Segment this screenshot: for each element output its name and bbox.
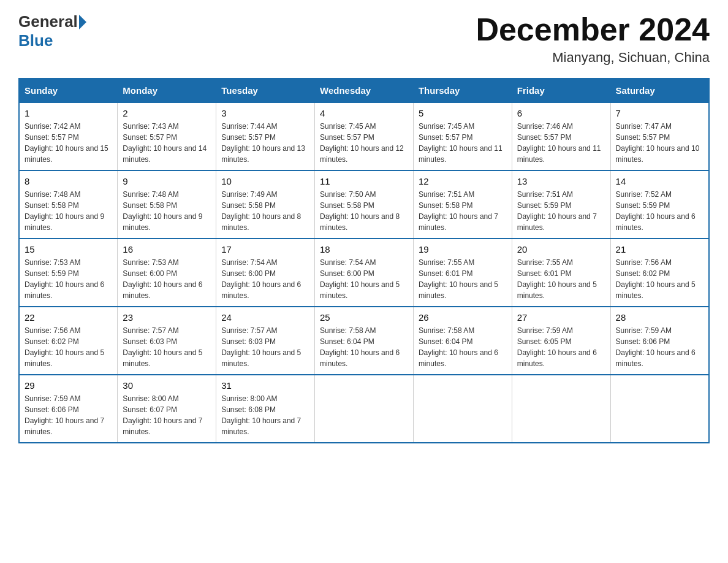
location-title: Mianyang, Sichuan, China bbox=[476, 50, 710, 66]
table-row: 31 Sunrise: 8:00 AMSunset: 6:08 PMDaylig… bbox=[216, 375, 315, 443]
logo-general: General bbox=[18, 12, 78, 31]
day-number: 16 bbox=[123, 244, 211, 255]
table-row: 20 Sunrise: 7:55 AMSunset: 6:01 PMDaylig… bbox=[512, 239, 610, 307]
day-info: Sunrise: 8:00 AMSunset: 6:08 PMDaylight:… bbox=[221, 393, 309, 437]
table-row: 13 Sunrise: 7:51 AMSunset: 5:59 PMDaylig… bbox=[512, 170, 610, 239]
calendar-header-row: Sunday Monday Tuesday Wednesday Thursday… bbox=[19, 79, 709, 102]
day-info: Sunrise: 7:50 AMSunset: 5:58 PMDaylight:… bbox=[320, 189, 408, 233]
table-row: 23 Sunrise: 7:57 AMSunset: 6:03 PMDaylig… bbox=[118, 307, 216, 375]
table-row: 15 Sunrise: 7:53 AMSunset: 5:59 PMDaylig… bbox=[19, 239, 118, 307]
day-number: 4 bbox=[320, 108, 408, 118]
table-row: 16 Sunrise: 7:53 AMSunset: 6:00 PMDaylig… bbox=[118, 239, 216, 307]
day-info: Sunrise: 7:49 AMSunset: 5:58 PMDaylight:… bbox=[221, 189, 309, 233]
day-info: Sunrise: 7:51 AMSunset: 5:59 PMDaylight:… bbox=[517, 189, 605, 233]
day-number: 23 bbox=[123, 312, 211, 323]
calendar-week-row: 22 Sunrise: 7:56 AMSunset: 6:02 PMDaylig… bbox=[19, 307, 709, 375]
day-info: Sunrise: 7:58 AMSunset: 6:04 PMDaylight:… bbox=[320, 325, 408, 369]
table-row bbox=[512, 375, 610, 443]
day-number: 15 bbox=[25, 244, 112, 255]
day-number: 14 bbox=[616, 176, 703, 186]
calendar-week-row: 1 Sunrise: 7:42 AMSunset: 5:57 PMDayligh… bbox=[19, 102, 709, 170]
table-row: 26 Sunrise: 7:58 AMSunset: 6:04 PMDaylig… bbox=[413, 307, 512, 375]
day-info: Sunrise: 7:46 AMSunset: 5:57 PMDaylight:… bbox=[517, 121, 605, 165]
table-row: 10 Sunrise: 7:49 AMSunset: 5:58 PMDaylig… bbox=[216, 170, 315, 239]
table-row: 5 Sunrise: 7:45 AMSunset: 5:57 PMDayligh… bbox=[413, 102, 512, 170]
day-number: 29 bbox=[25, 380, 112, 391]
day-number: 13 bbox=[517, 176, 605, 186]
day-info: Sunrise: 7:54 AMSunset: 6:00 PMDaylight:… bbox=[221, 257, 309, 301]
col-friday: Friday bbox=[512, 79, 610, 102]
table-row: 7 Sunrise: 7:47 AMSunset: 5:57 PMDayligh… bbox=[610, 102, 709, 170]
day-info: Sunrise: 7:56 AMSunset: 6:02 PMDaylight:… bbox=[616, 257, 703, 301]
day-number: 7 bbox=[616, 108, 703, 118]
col-tuesday: Tuesday bbox=[216, 79, 315, 102]
day-info: Sunrise: 7:52 AMSunset: 5:59 PMDaylight:… bbox=[616, 189, 703, 233]
logo-blue: Blue bbox=[18, 31, 53, 50]
day-info: Sunrise: 7:59 AMSunset: 6:06 PMDaylight:… bbox=[616, 325, 703, 369]
table-row: 21 Sunrise: 7:56 AMSunset: 6:02 PMDaylig… bbox=[610, 239, 709, 307]
day-info: Sunrise: 7:53 AMSunset: 6:00 PMDaylight:… bbox=[123, 257, 211, 301]
day-info: Sunrise: 7:45 AMSunset: 5:57 PMDaylight:… bbox=[320, 121, 408, 165]
title-block: December 2024 Mianyang, Sichuan, China bbox=[476, 12, 710, 66]
table-row bbox=[610, 375, 709, 443]
day-info: Sunrise: 8:00 AMSunset: 6:07 PMDaylight:… bbox=[123, 393, 211, 437]
table-row: 22 Sunrise: 7:56 AMSunset: 6:02 PMDaylig… bbox=[19, 307, 118, 375]
table-row: 29 Sunrise: 7:59 AMSunset: 6:06 PMDaylig… bbox=[19, 375, 118, 443]
table-row: 2 Sunrise: 7:43 AMSunset: 5:57 PMDayligh… bbox=[118, 102, 216, 170]
col-thursday: Thursday bbox=[413, 79, 512, 102]
day-number: 12 bbox=[419, 176, 507, 186]
day-number: 9 bbox=[123, 176, 211, 186]
day-number: 10 bbox=[221, 176, 309, 186]
day-info: Sunrise: 7:48 AMSunset: 5:58 PMDaylight:… bbox=[25, 189, 112, 233]
table-row: 30 Sunrise: 8:00 AMSunset: 6:07 PMDaylig… bbox=[118, 375, 216, 443]
table-row bbox=[315, 375, 414, 443]
table-row: 27 Sunrise: 7:59 AMSunset: 6:05 PMDaylig… bbox=[512, 307, 610, 375]
day-info: Sunrise: 7:55 AMSunset: 6:01 PMDaylight:… bbox=[517, 257, 605, 301]
day-number: 31 bbox=[221, 380, 309, 391]
col-saturday: Saturday bbox=[610, 79, 709, 102]
day-info: Sunrise: 7:57 AMSunset: 6:03 PMDaylight:… bbox=[123, 325, 211, 369]
day-number: 30 bbox=[123, 380, 211, 391]
day-number: 21 bbox=[616, 244, 703, 255]
day-number: 26 bbox=[419, 312, 507, 323]
table-row: 17 Sunrise: 7:54 AMSunset: 6:00 PMDaylig… bbox=[216, 239, 315, 307]
day-info: Sunrise: 7:53 AMSunset: 5:59 PMDaylight:… bbox=[25, 257, 112, 301]
table-row: 8 Sunrise: 7:48 AMSunset: 5:58 PMDayligh… bbox=[19, 170, 118, 239]
day-info: Sunrise: 7:57 AMSunset: 6:03 PMDaylight:… bbox=[221, 325, 309, 369]
day-info: Sunrise: 7:51 AMSunset: 5:58 PMDaylight:… bbox=[419, 189, 507, 233]
day-number: 11 bbox=[320, 176, 408, 186]
table-row: 11 Sunrise: 7:50 AMSunset: 5:58 PMDaylig… bbox=[315, 170, 414, 239]
calendar-week-row: 15 Sunrise: 7:53 AMSunset: 5:59 PMDaylig… bbox=[19, 239, 709, 307]
col-monday: Monday bbox=[118, 79, 216, 102]
logo: General Blue bbox=[18, 12, 86, 50]
day-number: 2 bbox=[123, 108, 211, 118]
table-row: 28 Sunrise: 7:59 AMSunset: 6:06 PMDaylig… bbox=[610, 307, 709, 375]
day-info: Sunrise: 7:59 AMSunset: 6:05 PMDaylight:… bbox=[517, 325, 605, 369]
day-info: Sunrise: 7:56 AMSunset: 6:02 PMDaylight:… bbox=[25, 325, 112, 369]
day-number: 6 bbox=[517, 108, 605, 118]
day-info: Sunrise: 7:54 AMSunset: 6:00 PMDaylight:… bbox=[320, 257, 408, 301]
day-number: 3 bbox=[221, 108, 309, 118]
day-number: 24 bbox=[221, 312, 309, 323]
day-info: Sunrise: 7:45 AMSunset: 5:57 PMDaylight:… bbox=[419, 121, 507, 165]
table-row: 18 Sunrise: 7:54 AMSunset: 6:00 PMDaylig… bbox=[315, 239, 414, 307]
day-info: Sunrise: 7:43 AMSunset: 5:57 PMDaylight:… bbox=[123, 121, 211, 165]
day-number: 17 bbox=[221, 244, 309, 255]
table-row: 24 Sunrise: 7:57 AMSunset: 6:03 PMDaylig… bbox=[216, 307, 315, 375]
table-row: 12 Sunrise: 7:51 AMSunset: 5:58 PMDaylig… bbox=[413, 170, 512, 239]
day-number: 5 bbox=[419, 108, 507, 118]
day-number: 25 bbox=[320, 312, 408, 323]
day-number: 18 bbox=[320, 244, 408, 255]
day-number: 1 bbox=[25, 108, 112, 118]
day-info: Sunrise: 7:44 AMSunset: 5:57 PMDaylight:… bbox=[221, 121, 309, 165]
table-row: 19 Sunrise: 7:55 AMSunset: 6:01 PMDaylig… bbox=[413, 239, 512, 307]
table-row bbox=[413, 375, 512, 443]
calendar-table: Sunday Monday Tuesday Wednesday Thursday… bbox=[18, 78, 710, 443]
table-row: 14 Sunrise: 7:52 AMSunset: 5:59 PMDaylig… bbox=[610, 170, 709, 239]
table-row: 1 Sunrise: 7:42 AMSunset: 5:57 PMDayligh… bbox=[19, 102, 118, 170]
day-number: 22 bbox=[25, 312, 112, 323]
day-number: 20 bbox=[517, 244, 605, 255]
col-wednesday: Wednesday bbox=[315, 79, 414, 102]
day-info: Sunrise: 7:42 AMSunset: 5:57 PMDaylight:… bbox=[25, 121, 112, 165]
day-info: Sunrise: 7:59 AMSunset: 6:06 PMDaylight:… bbox=[25, 393, 112, 437]
